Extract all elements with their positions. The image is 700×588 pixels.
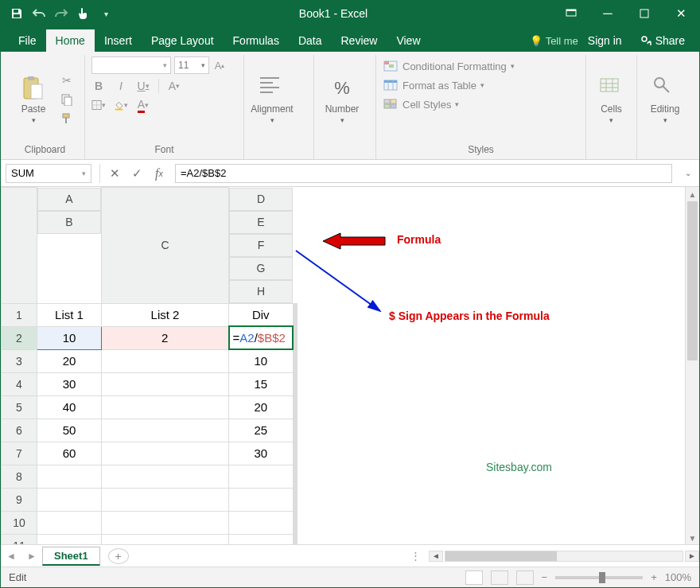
- vertical-scrollbar[interactable]: ▲ ▼: [685, 187, 699, 545]
- row-header[interactable]: 11: [2, 534, 37, 545]
- maximize-icon[interactable]: [626, 1, 663, 26]
- increase-font-icon[interactable]: A▴: [212, 58, 227, 72]
- cell-styles-button[interactable]: Cell Styles▾: [383, 98, 515, 111]
- cell[interactable]: [297, 442, 298, 465]
- col-header[interactable]: A: [37, 188, 101, 211]
- zoom-level[interactable]: 100%: [665, 571, 691, 583]
- expand-fxbar-icon[interactable]: ⌄: [677, 164, 699, 183]
- cell[interactable]: 30: [37, 372, 102, 395]
- name-box[interactable]: SUM▾: [6, 164, 91, 183]
- cell[interactable]: [297, 349, 298, 372]
- editing-button[interactable]: Editing▾: [644, 56, 686, 142]
- cell[interactable]: [37, 511, 102, 534]
- cell[interactable]: [297, 465, 298, 488]
- cell[interactable]: [229, 534, 294, 545]
- select-all-corner[interactable]: [2, 188, 37, 304]
- page-layout-view-icon[interactable]: [491, 570, 508, 585]
- cells-button[interactable]: Cells▾: [593, 56, 630, 142]
- format-painter-icon[interactable]: [60, 111, 74, 126]
- tab-home[interactable]: Home: [46, 29, 95, 52]
- zoom-slider[interactable]: [555, 576, 643, 579]
- col-header[interactable]: F: [229, 234, 293, 257]
- underline-icon[interactable]: U▾: [136, 79, 150, 93]
- cell[interactable]: [102, 488, 229, 511]
- cell[interactable]: 50: [37, 419, 102, 442]
- col-header[interactable]: B: [37, 211, 101, 234]
- close-icon[interactable]: ✕: [663, 1, 699, 26]
- row-header[interactable]: 4: [2, 372, 37, 395]
- page-break-view-icon[interactable]: [516, 570, 534, 585]
- share-button[interactable]: Share: [632, 29, 693, 52]
- cell[interactable]: [229, 511, 294, 534]
- alignment-button[interactable]: Alignment▾: [251, 56, 294, 142]
- cell-b2[interactable]: 2: [102, 326, 229, 349]
- cell[interactable]: [297, 372, 298, 395]
- col-header[interactable]: G: [229, 257, 293, 280]
- zoom-in-icon[interactable]: +: [651, 571, 657, 583]
- font-color-a-icon[interactable]: A▾: [167, 79, 181, 93]
- font-color-icon[interactable]: A▾: [136, 98, 150, 112]
- cell[interactable]: [229, 488, 294, 511]
- tab-file[interactable]: File: [9, 29, 46, 52]
- tab-page-layout[interactable]: Page Layout: [142, 29, 224, 52]
- cell[interactable]: [37, 534, 102, 545]
- qat-customize-icon[interactable]: ▾: [98, 6, 114, 21]
- cell-c2-editing[interactable]: =A2/$B$2: [229, 326, 294, 349]
- cell[interactable]: [229, 465, 294, 488]
- tell-me[interactable]: 💡 Tell me: [530, 35, 578, 47]
- cell[interactable]: [102, 511, 229, 534]
- cell[interactable]: [297, 395, 298, 419]
- cell[interactable]: [297, 488, 298, 511]
- cell-a2[interactable]: 10: [37, 326, 102, 349]
- fx-icon[interactable]: fx: [148, 164, 170, 183]
- zoom-out-icon[interactable]: −: [542, 571, 548, 583]
- cell[interactable]: 15: [229, 372, 294, 395]
- row-header[interactable]: 5: [2, 395, 37, 419]
- row-header[interactable]: 3: [2, 349, 37, 372]
- cell[interactable]: 30: [229, 442, 294, 465]
- cell[interactable]: [297, 511, 298, 534]
- scroll-left-icon[interactable]: ◄: [429, 551, 443, 562]
- tab-data[interactable]: Data: [289, 29, 332, 52]
- row-header[interactable]: 7: [2, 442, 37, 465]
- cell[interactable]: [297, 419, 298, 442]
- undo-icon[interactable]: [31, 6, 47, 21]
- cell[interactable]: 20: [37, 349, 102, 372]
- row-header[interactable]: 10: [2, 511, 37, 534]
- paste-button[interactable]: Paste▾: [12, 56, 55, 142]
- cell[interactable]: 40: [37, 395, 102, 419]
- cell[interactable]: 25: [229, 419, 294, 442]
- touchmode-icon[interactable]: [76, 6, 91, 21]
- enter-formula-icon[interactable]: ✓: [126, 164, 148, 183]
- sheet-nav-prev-icon[interactable]: ◄: [1, 551, 21, 562]
- sheet-tab[interactable]: Sheet1: [42, 547, 100, 566]
- grid-table[interactable]: A B C D E F G H 1 List 1 List 2 Div 2 10…: [1, 187, 298, 545]
- conditional-formatting-button[interactable]: Conditional Formatting▾: [383, 60, 515, 72]
- cell[interactable]: Div: [229, 303, 294, 326]
- sign-in[interactable]: Sign in: [580, 29, 630, 52]
- cell[interactable]: List 2: [102, 303, 229, 326]
- tab-formulas[interactable]: Formulas: [224, 29, 289, 52]
- col-header[interactable]: C: [102, 188, 229, 304]
- row-header[interactable]: 8: [2, 465, 37, 488]
- font-size[interactable]: 11▾: [174, 56, 209, 74]
- col-header[interactable]: H: [229, 280, 293, 303]
- scroll-up-icon[interactable]: ▲: [686, 187, 699, 201]
- cell[interactable]: [37, 488, 102, 511]
- cell[interactable]: 60: [37, 442, 102, 465]
- cell[interactable]: [297, 534, 298, 545]
- cell[interactable]: 20: [229, 395, 294, 419]
- hscroll-thumb[interactable]: [445, 551, 557, 561]
- tab-insert[interactable]: Insert: [95, 29, 142, 52]
- cancel-formula-icon[interactable]: ✕: [103, 164, 126, 183]
- scroll-thumb[interactable]: [687, 201, 698, 360]
- cell[interactable]: [102, 372, 229, 395]
- col-header[interactable]: D: [229, 188, 293, 211]
- new-sheet-icon[interactable]: +: [108, 548, 129, 564]
- scroll-down-icon[interactable]: ▼: [686, 531, 699, 545]
- tab-view[interactable]: View: [387, 29, 430, 52]
- cell[interactable]: [102, 534, 229, 545]
- save-icon[interactable]: [9, 6, 25, 21]
- fill-color-icon[interactable]: ▾: [114, 98, 128, 112]
- cell[interactable]: [102, 442, 229, 465]
